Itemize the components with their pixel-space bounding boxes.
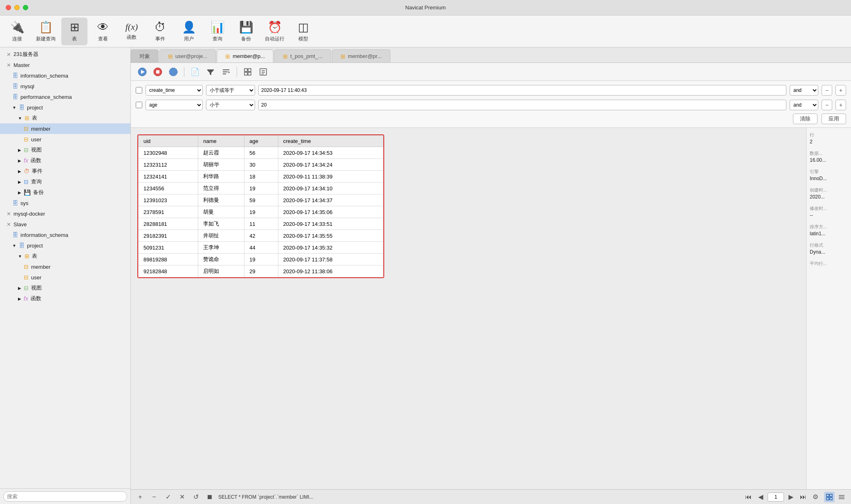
sidebar-item-slave-member[interactable]: ⊟ member: [0, 261, 130, 272]
sidebar-item-slave[interactable]: ✕ Slave: [0, 219, 130, 230]
grid-view-toggle[interactable]: [824, 492, 835, 502]
table-row[interactable]: 2378591胡曼192020-09-17 14:35:06: [139, 206, 383, 218]
table-row[interactable]: 12391023利德曼592020-09-17 14:34:37: [139, 194, 383, 206]
sidebar-item-master[interactable]: ✕ Master: [0, 60, 130, 70]
data-table-container[interactable]: uid name age create_time 12302948赵云霞5620…: [131, 128, 806, 489]
sidebar-item-mysql-docker[interactable]: ✕ mysql-docker: [0, 208, 130, 219]
sidebar-item-user[interactable]: ⊟ user: [0, 134, 130, 145]
filter-row-2-logic[interactable]: and or: [790, 100, 818, 110]
sidebar-item-query-folder[interactable]: ▶ ⊟ 查询: [0, 176, 130, 187]
close-button[interactable]: [6, 5, 11, 10]
table-row[interactable]: 1234556范立得192020-09-17 14:34:10: [139, 183, 383, 194]
sidebar-item-project[interactable]: ▼ 🗄 project: [0, 102, 130, 113]
page-input[interactable]: 1: [768, 493, 784, 502]
toolbar-user[interactable]: 👤 用户: [176, 18, 202, 45]
toolbar-table[interactable]: ⊞ 表: [61, 18, 87, 45]
sidebar-item-server-231[interactable]: ✕ 231服务器: [0, 49, 130, 60]
filter-row-1-operator[interactable]: 小于或等于: [206, 85, 255, 96]
sidebar-item-view-folder[interactable]: ▶ ⊟ 视图: [0, 145, 130, 155]
filter-row-1-remove-btn[interactable]: −: [822, 85, 832, 96]
sidebar-item-slave-project[interactable]: ▼ 🗄 project: [0, 240, 130, 251]
table-row[interactable]: 12324141利华路182020-09-11 11:38:39: [139, 171, 383, 183]
remove-row-button[interactable]: −: [149, 492, 159, 502]
toolbar-connect[interactable]: 🔌 连接: [4, 18, 30, 45]
toolbar-new-query[interactable]: 📋 新建查询: [33, 18, 59, 45]
maximize-button[interactable]: [23, 5, 28, 10]
new-record-btn[interactable]: 📄: [188, 65, 202, 78]
last-page-button[interactable]: ⏭: [798, 492, 808, 502]
tab-member-pr2[interactable]: ⊞ member@pr...: [332, 49, 390, 62]
first-page-button[interactable]: ⏮: [743, 492, 754, 502]
toolbar-event[interactable]: ⏱ 事件: [147, 18, 173, 45]
sidebar-item-sys[interactable]: 🗄 sys: [0, 198, 130, 208]
sidebar-item-event-folder[interactable]: ▶ ⏱ 事件: [0, 166, 130, 176]
confirm-button[interactable]: ✓: [163, 492, 173, 502]
toolbar-backup[interactable]: 💾 备份: [233, 18, 259, 45]
sidebar-item-backup-folder[interactable]: ▶ 💾 备份: [0, 187, 130, 198]
toolbar-model[interactable]: ◫ 模型: [290, 18, 316, 45]
filter-row-2-operator[interactable]: 小于: [206, 100, 255, 110]
cell-name: 利德曼: [198, 194, 244, 206]
next-page-button[interactable]: ▶: [786, 492, 796, 502]
table-row[interactable]: 28288181李如飞112020-09-17 14:33:51: [139, 218, 383, 230]
table-row[interactable]: 12302948赵云霞562020-09-17 14:34:53: [139, 147, 383, 159]
add-row-button[interactable]: +: [135, 492, 146, 502]
list-view-toggle[interactable]: [836, 492, 847, 502]
toolbar-function[interactable]: f(x) 函数: [119, 18, 145, 45]
sidebar-item-mysql[interactable]: 🗄 mysql: [0, 81, 130, 91]
prev-page-button[interactable]: ◀: [755, 492, 766, 502]
sidebar-item-slave-table-folder[interactable]: ▼ ⊞ 表: [0, 251, 130, 261]
toolbar-query[interactable]: 📊 查询: [204, 18, 231, 45]
filter-row-1-checkbox[interactable]: [136, 87, 142, 94]
col-uid[interactable]: uid: [139, 136, 198, 147]
sidebar-item-performance-schema[interactable]: 🗄 performance_schema: [0, 91, 130, 102]
tab-t-pos-pmt[interactable]: ⊞ t_pos_pmt_...: [274, 49, 331, 62]
tab-user-project[interactable]: ⊞ user@proje...: [159, 49, 216, 62]
table-row[interactable]: 29182391井胡扯422020-09-17 14:35:55: [139, 230, 383, 242]
sidebar-item-slave-func-folder[interactable]: ▶ fx 函数: [0, 293, 130, 304]
col-name[interactable]: name: [198, 136, 244, 147]
minimize-button[interactable]: [14, 5, 20, 10]
stop-btn[interactable]: [151, 65, 164, 78]
filter-row-2-field[interactable]: age: [146, 100, 203, 110]
filter-row-1-add-btn[interactable]: +: [835, 85, 846, 96]
col-age[interactable]: age: [244, 136, 278, 147]
sidebar-search-input[interactable]: [3, 491, 127, 502]
filter-clear-button[interactable]: 清除: [793, 114, 817, 124]
settings-button[interactable]: ⚙: [810, 492, 821, 502]
explain-btn[interactable]: [167, 65, 180, 78]
col-create-time[interactable]: create_time: [278, 136, 383, 147]
sidebar-item-table-folder[interactable]: ▼ ⊞ 表: [0, 113, 130, 123]
run-query-btn[interactable]: [136, 65, 149, 78]
window-controls[interactable]: [6, 5, 28, 10]
sidebar-item-slave-user[interactable]: ⊟ user: [0, 272, 130, 283]
filter-row-1-value[interactable]: [258, 85, 786, 96]
refresh-button[interactable]: ↺: [190, 492, 201, 502]
tab-objects[interactable]: 对象: [131, 49, 159, 62]
sidebar-item-member[interactable]: ⊟ member: [0, 123, 130, 134]
toolbar-view[interactable]: 👁 查看: [90, 18, 116, 45]
table-row[interactable]: 5091231王李坤442020-09-17 14:35:32: [139, 242, 383, 254]
sidebar-item-slave-view-folder[interactable]: ▶ ⊟ 视图: [0, 283, 130, 293]
filter-row-1-logic[interactable]: and or: [790, 85, 818, 96]
stop-query-button[interactable]: ⏹: [204, 492, 215, 502]
toolbar-auto-run[interactable]: ⏰ 自动运行: [262, 18, 288, 45]
sidebar-item-information-schema[interactable]: 🗄 information_schema: [0, 70, 130, 81]
table-row[interactable]: 89819288赞诡命192020-09-17 11:37:58: [139, 254, 383, 265]
sort-btn[interactable]: [219, 65, 233, 78]
filter-btn[interactable]: [204, 65, 217, 78]
tab-member-project[interactable]: ⊞ member@p...: [217, 49, 273, 62]
cancel-button[interactable]: ✕: [177, 492, 187, 502]
filter-apply-button[interactable]: 应用: [822, 114, 846, 124]
table-row[interactable]: 12323112胡丽华302020-09-17 14:34:24: [139, 159, 383, 171]
filter-row-2-remove-btn[interactable]: −: [822, 100, 832, 110]
sidebar-item-func-folder[interactable]: ▶ fx 函数: [0, 155, 130, 166]
form-view-btn[interactable]: [257, 65, 270, 78]
filter-row-2-checkbox[interactable]: [136, 102, 142, 108]
filter-row-2-value[interactable]: [258, 100, 786, 110]
filter-row-2-add-btn[interactable]: +: [835, 100, 846, 110]
sidebar-item-slave-information-schema[interactable]: 🗄 information_schema: [0, 230, 130, 240]
filter-row-1-field[interactable]: create_time: [146, 85, 203, 96]
grid-view-btn[interactable]: [241, 65, 254, 78]
table-row[interactable]: 92182848启明如292020-09-12 11:38:06: [139, 265, 383, 277]
